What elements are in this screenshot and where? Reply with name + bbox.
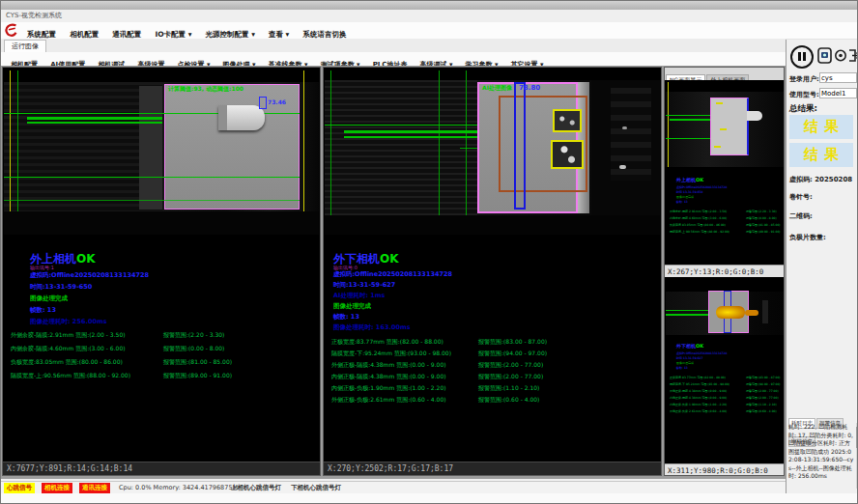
mini-measure: 内侧正极-负极:1.90mm 范围:(1.00 - 2.20) xyxy=(670,403,727,406)
cpu-memory-status: Cpu: 0.0% Memory: 3424.41796875M xyxy=(119,483,238,493)
tab-strip: 运行图像 xyxy=(1,39,786,53)
camera-name-lower: 外下相机 xyxy=(333,252,380,266)
camera-button[interactable] xyxy=(817,47,832,64)
mini-lower-status: OK xyxy=(696,343,703,349)
preview-tab-strip: NG画面显示外上相机画面外下相机画面 xyxy=(665,68,785,80)
logout-button[interactable] xyxy=(847,47,858,64)
mini-lower-frame: 帧数: 13 xyxy=(676,366,688,370)
width-marker-lower: 78.80 xyxy=(519,84,540,92)
mini-alarm: 报警范围:(1.10 - 2.10) xyxy=(746,403,777,406)
mini-upper-time: 时间:13-31-59-650 xyxy=(676,190,702,194)
log-text: 耗时: 222, 凹陷检测耗时: 17, 凹陷分类耗时: 0, 凹陷提取分区耗时… xyxy=(788,423,855,481)
defect-highlight xyxy=(716,306,745,319)
width-marker-upper: 73.46 xyxy=(268,98,286,105)
pixel-coords-lower: X:270;Y:2502;R:17;G:17;B:17 xyxy=(324,462,661,475)
barcode-upper: 虚拟码:Offline20250208133134728 xyxy=(30,271,149,280)
ai-elapsed-lower: AI处理耗时: 1ms xyxy=(333,292,385,300)
mini-measure: 内侧余胶-隔膜:4.60mm 范围:(3.00 - 6.00) xyxy=(670,216,727,220)
mini-alarm: 报警范围:(0.60 - 4.00) xyxy=(746,409,777,413)
mini-upper-name: 外上相机 xyxy=(676,177,696,182)
mini-lower-name: 外下相机 xyxy=(676,343,696,349)
mini-lower-done: 图像处理完成 xyxy=(676,361,694,365)
mini-upper-frame: 帧数: 13 xyxy=(676,200,688,204)
output-signal-upper: 输出讯号:1 xyxy=(30,265,54,270)
process-done-upper: 图像处理完成 xyxy=(30,294,68,303)
qr-code-label: 二维码: xyxy=(789,211,813,221)
virtual-code-value: 20250208 xyxy=(815,176,852,183)
time-lower: 时间:13-31-59-627 xyxy=(333,281,395,290)
login-user-input[interactable] xyxy=(819,72,857,83)
mini-upper-done: 图像处理完成 xyxy=(676,195,694,199)
process-done-lower: 图像处理完成 xyxy=(333,302,371,311)
elapsed-lower: 图像处理耗时: 163.00ms xyxy=(333,323,411,332)
model-label: 使用型号: xyxy=(789,90,819,99)
mini-lower-time: 时间:13-31-59-627 xyxy=(676,356,702,360)
upper-camera-heartbeat[interactable]: 上相机心跳信号灯 xyxy=(231,483,281,493)
app-logo-icon xyxy=(4,23,19,38)
preview-upper[interactable]: 外上相机OK 虚拟码:Offline20250208133134728 时间:1… xyxy=(665,80,785,265)
pause-button[interactable] xyxy=(790,45,814,69)
ai-image-label: AI处理图像 xyxy=(482,84,512,93)
main-area: 计算阈值:93, 动态阈值:100 73.46 外上相机OK 输出讯号:1 虚拟… xyxy=(1,66,786,479)
alarm-range: 报警范围:(2.00 - 77.00) xyxy=(478,361,543,370)
mini-alarm: 报警范围:(0.00 - 8.00) xyxy=(746,216,777,220)
camera-image-lower[interactable]: AI处理图像 78.80 xyxy=(325,70,660,235)
lower-camera-heartbeat[interactable]: 下相机心跳信号灯 xyxy=(291,483,341,493)
measurement-text: 外侧正极-负极:2.61mm 范围:(0.60 - 4.00) xyxy=(331,396,446,405)
measurement-text: 内侧正极-隔膜:4.38mm 范围:(0.00 - 9.00) xyxy=(331,373,446,381)
right-sidebar: 登录用户: 使用型号: 总结果: 结果 结果 虚拟码: 20250208 卷针号… xyxy=(786,40,858,504)
measurement-text: 负极宽度:83.05mm 范围:(80.00 - 86.00) xyxy=(11,358,123,367)
measurement-text: 内侧余胶-隔膜:4.60mm 范围:(3.00 - 6.00) xyxy=(11,345,126,353)
mini-upper-barcode: 虚拟码:Offline20250208133134728 xyxy=(676,185,727,189)
preview-lower-coords: X:311;Y:980;R:0;G:0;B:0 xyxy=(665,463,784,476)
window-frame-top xyxy=(1,1,858,10)
mini-alarm: 报警范围:(83.00 - 87.00) xyxy=(746,376,781,379)
mini-measure: 正极宽度:83.77mm 范围:(82.00 - 88.00) xyxy=(670,376,726,379)
menu-bar: 系统配置 相机配置 通讯配置 IO卡配置 ▾ 光源控制配置 ▾ 查看 ▾ 系统语… xyxy=(1,22,858,40)
frame-count-upper: 帧数: 13 xyxy=(30,306,56,315)
virtual-code-label: 虚拟码: 20250208 xyxy=(789,175,852,184)
measurement-text: 外侧正极-隔膜:4.38mm 范围:(0.00 - 9.00) xyxy=(331,361,446,370)
alarm-range: 报警范围:(83.00 - 87.00) xyxy=(478,338,547,347)
time-upper: 时间:13-31-59-650 xyxy=(30,283,92,292)
anode-count-label: 负极片数量: xyxy=(789,233,826,242)
mini-measure: 隔膜宽度-上:90.56mm 范围:(88.00 - 92.00) xyxy=(670,230,729,234)
alarm-range: 报警范围:(81.00 - 85.00) xyxy=(163,358,232,367)
measurement-text: 内侧正极-负极:1.90mm 范围:(1.00 - 2.20) xyxy=(331,384,446,393)
result-box-upper: 结果 xyxy=(789,115,853,139)
toolbar: 相机配置 AI使用配置 相机调试 高级设置 点检设置 ▾ 图像处理 ▾ 基准线参… xyxy=(1,52,786,67)
measurement-text: 正极宽度:83.77mm 范围:(82.00 - 88.00) xyxy=(331,338,443,347)
measurement-text: 隔膜宽度-上:90.56mm 范围:(88.00 - 92.00) xyxy=(11,372,130,380)
heartbeat-badge: 心跳信号 xyxy=(4,483,35,493)
alarm-range: 报警范围:(2.20 - 3.30) xyxy=(163,331,224,340)
camera-status-lower: OK xyxy=(380,252,399,266)
mini-measure: 外侧正极-负极:2.61mm 范围:(0.60 - 4.00) xyxy=(670,409,727,413)
camera-image-upper[interactable]: 计算阈值:93, 动态阈值:100 73.46 xyxy=(4,70,319,235)
defect-box-1 xyxy=(553,109,582,132)
mini-upper-status: OK xyxy=(696,177,703,182)
window-bottom-fill xyxy=(1,493,858,504)
tab-run-image[interactable]: 运行图像 xyxy=(4,40,46,53)
elapsed-upper: 图像处理耗时: 256.00ms xyxy=(30,318,107,326)
alarm-range: 报警范围:(0.60 - 4.00) xyxy=(478,396,539,405)
comm-connect-badge: 通讯连接 xyxy=(79,483,110,493)
preview-column: NG画面显示外上相机画面外下相机画面 外上相机OK 虚拟码:Offl xyxy=(664,67,785,476)
result-box-lower: 结果 xyxy=(789,143,853,167)
measurement-text: 隔膜宽度-下:95.24mm 范围:(93.00 - 98.00) xyxy=(331,350,451,358)
mini-measure: 外侧余胶-隔膜:2.91mm 范围:(2.00 - 3.50) xyxy=(670,210,727,213)
status-bar: 心跳信号 相机连接 通讯连接 Cpu: 0.0% Memory: 3424.41… xyxy=(1,481,786,494)
model-input[interactable] xyxy=(819,88,857,98)
camera-name-upper: 外上相机 xyxy=(30,252,76,266)
mini-alarm: 报警范围:(2.00 - 77.00) xyxy=(746,396,779,400)
settings-button[interactable] xyxy=(834,47,847,64)
mini-alarm: 报警范围:(2.00 - 77.00) xyxy=(746,389,779,393)
alarm-range: 报警范围:(0.00 - 8.00) xyxy=(163,345,224,353)
camera-panel-lower: AI处理图像 78.80 外下相机OK 输出讯号:0 虚拟码:Offline20… xyxy=(323,67,662,476)
preview-upper-coords: X:267;Y:13;R:0;G:0;B:0 xyxy=(665,265,784,278)
mini-alarm: 报警范围:(89.00 - 91.00) xyxy=(746,230,781,234)
preview-lower[interactable]: 外下相机OK 虚拟码:Offline20250208133134728 时间:1… xyxy=(665,277,785,463)
mini-alarm: 报警范围:(2.20 - 3.30) xyxy=(746,210,777,213)
alarm-range: 报警范围:(89.00 - 91.00) xyxy=(163,372,232,380)
camera-connect-badge: 相机连接 xyxy=(42,483,72,493)
defect-box-2 xyxy=(551,140,584,169)
